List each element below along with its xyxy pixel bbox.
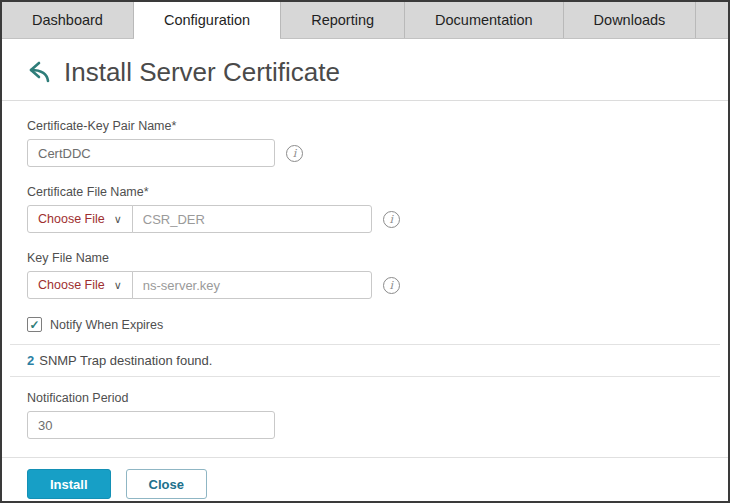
notification-period-input[interactable] bbox=[27, 411, 275, 439]
close-button[interactable]: Close bbox=[126, 469, 207, 499]
certificate-file-name-input[interactable] bbox=[132, 205, 372, 233]
app-window: Dashboard Configuration Reporting Docume… bbox=[0, 0, 730, 503]
tab-documentation[interactable]: Documentation bbox=[405, 2, 564, 38]
chevron-down-icon: ∨ bbox=[114, 280, 122, 291]
snmp-trap-text: SNMP Trap destination found. bbox=[39, 353, 212, 368]
tab-downloads[interactable]: Downloads bbox=[564, 2, 697, 38]
page-header: Install Server Certificate bbox=[2, 39, 728, 101]
field-key-file-name: Key File Name Choose File ∨ i bbox=[27, 251, 703, 299]
chevron-down-icon: ∨ bbox=[114, 214, 122, 225]
notify-when-expires-checkbox[interactable]: ✓ bbox=[27, 317, 42, 332]
field-certificate-file-name: Certificate File Name* Choose File ∨ i bbox=[27, 185, 703, 233]
install-button[interactable]: Install bbox=[27, 469, 111, 499]
snmp-trap-message: 2SNMP Trap destination found. bbox=[10, 344, 720, 377]
cert-key-pair-name-input[interactable] bbox=[27, 139, 275, 167]
choose-file-label: Choose File bbox=[38, 278, 105, 292]
page-title: Install Server Certificate bbox=[64, 57, 340, 87]
info-icon[interactable]: i bbox=[383, 211, 400, 228]
info-icon[interactable]: i bbox=[286, 145, 303, 162]
back-button[interactable] bbox=[26, 59, 54, 85]
tab-bar: Dashboard Configuration Reporting Docume… bbox=[2, 2, 728, 39]
certificate-file-name-label: Certificate File Name* bbox=[27, 185, 703, 199]
certificate-file-choose-button[interactable]: Choose File ∨ bbox=[27, 205, 133, 233]
cert-key-pair-name-label: Certificate-Key Pair Name* bbox=[27, 119, 703, 133]
tab-dashboard[interactable]: Dashboard bbox=[2, 2, 134, 38]
key-file-name-input[interactable] bbox=[132, 271, 372, 299]
notify-when-expires-row: ✓ Notify When Expires bbox=[27, 317, 703, 332]
key-file-name-label: Key File Name bbox=[27, 251, 703, 265]
key-file-choose-button[interactable]: Choose File ∨ bbox=[27, 271, 133, 299]
snmp-trap-count: 2 bbox=[27, 353, 34, 368]
notify-when-expires-label: Notify When Expires bbox=[50, 318, 163, 332]
notification-period-label: Notification Period bbox=[27, 391, 703, 405]
field-cert-key-pair-name: Certificate-Key Pair Name* i bbox=[27, 119, 703, 167]
choose-file-label: Choose File bbox=[38, 212, 105, 226]
footer-actions: Install Close bbox=[2, 457, 728, 503]
field-notification-period: Notification Period bbox=[27, 391, 703, 439]
check-icon: ✓ bbox=[29, 319, 39, 331]
info-icon[interactable]: i bbox=[383, 277, 400, 294]
back-arrow-icon bbox=[28, 60, 52, 84]
tab-reporting[interactable]: Reporting bbox=[281, 2, 405, 38]
install-certificate-form: Certificate-Key Pair Name* i Certificate… bbox=[2, 101, 728, 457]
tab-configuration[interactable]: Configuration bbox=[134, 2, 281, 38]
